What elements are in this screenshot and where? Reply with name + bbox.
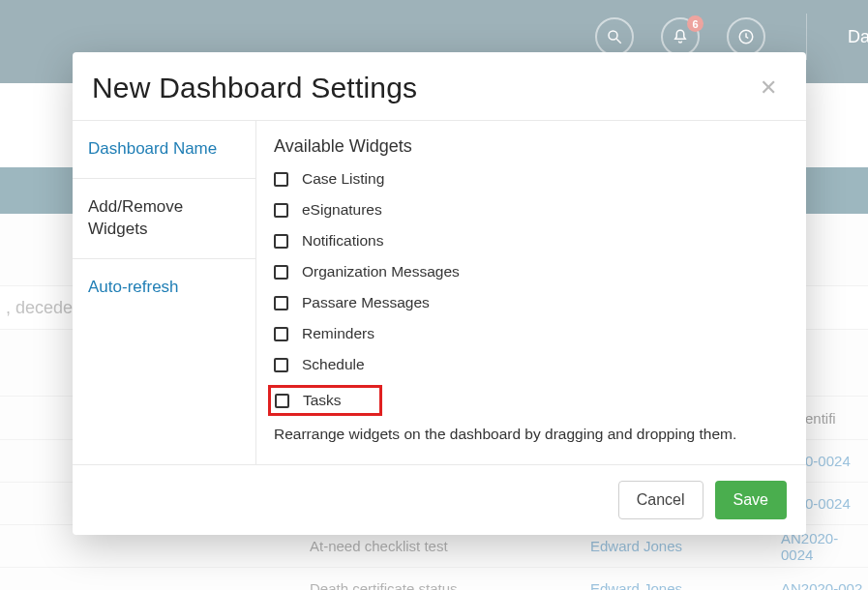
save-button[interactable]: Save bbox=[715, 481, 787, 519]
widget-option-label: Case Listing bbox=[302, 170, 384, 188]
tab-dashboard-name[interactable]: Dashboard Name bbox=[73, 121, 255, 179]
modal-sidebar: Dashboard Name Add/Remove Widgets Auto-r… bbox=[73, 121, 256, 464]
checkbox-icon[interactable] bbox=[274, 358, 288, 372]
widget-option-label: Schedule bbox=[302, 356, 365, 373]
modal-title: New Dashboard Settings bbox=[92, 72, 754, 104]
widget-option-label: Reminders bbox=[302, 325, 374, 342]
widget-option-label: Organization Messages bbox=[302, 263, 460, 280]
checkbox-icon[interactable] bbox=[274, 327, 288, 341]
widget-option-label: Passare Messages bbox=[302, 294, 430, 311]
rearrange-hint: Rearrange widgets on the dashboard by dr… bbox=[274, 426, 789, 443]
widget-option-tasks[interactable]: Tasks bbox=[268, 385, 382, 416]
checkbox-icon[interactable] bbox=[274, 265, 288, 280]
widget-option-notifications[interactable]: Notifications bbox=[274, 232, 789, 250]
cancel-button[interactable]: Cancel bbox=[618, 481, 703, 519]
checkbox-icon[interactable] bbox=[275, 394, 289, 408]
widget-option-label: Tasks bbox=[303, 392, 342, 409]
widget-option-passare-messages[interactable]: Passare Messages bbox=[274, 294, 789, 311]
modal-header: New Dashboard Settings ✕ bbox=[73, 52, 806, 121]
widget-option-label: Notifications bbox=[302, 232, 383, 250]
widget-option-esignatures[interactable]: eSignatures bbox=[274, 201, 789, 219]
checkbox-icon[interactable] bbox=[274, 172, 288, 187]
widget-option-schedule[interactable]: Schedule bbox=[274, 356, 789, 373]
modal-footer: Cancel Save bbox=[73, 464, 806, 535]
available-widgets-title: Available Widgets bbox=[274, 136, 789, 157]
widget-option-label: eSignatures bbox=[302, 201, 382, 219]
tab-auto-refresh[interactable]: Auto-refresh bbox=[73, 259, 255, 316]
widget-option-case-listing[interactable]: Case Listing bbox=[274, 170, 789, 188]
dashboard-settings-modal: New Dashboard Settings ✕ Dashboard Name … bbox=[73, 52, 806, 535]
close-icon[interactable]: ✕ bbox=[754, 72, 783, 104]
tab-add-remove-widgets[interactable]: Add/Remove Widgets bbox=[73, 179, 255, 259]
modal-main-panel: Available Widgets Case Listing eSignatur… bbox=[256, 121, 806, 464]
widget-option-organization-messages[interactable]: Organization Messages bbox=[274, 263, 789, 280]
checkbox-icon[interactable] bbox=[274, 296, 288, 310]
checkbox-icon[interactable] bbox=[274, 234, 288, 249]
widget-option-reminders[interactable]: Reminders bbox=[274, 325, 789, 342]
checkbox-icon[interactable] bbox=[274, 203, 288, 218]
